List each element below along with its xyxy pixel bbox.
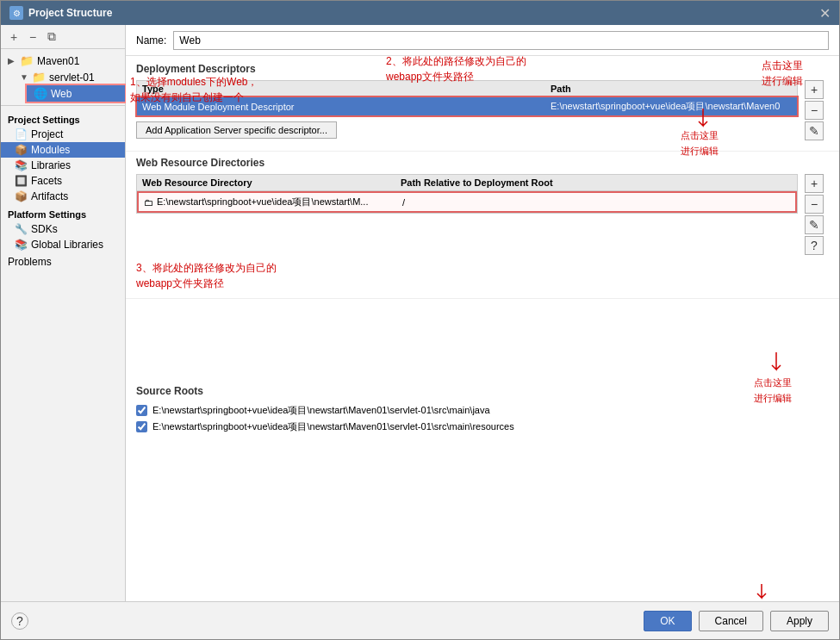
wr-table-row[interactable]: 🗀 E:\newstart\springboot+vue\idea项目\news… — [137, 191, 797, 213]
wr-col1-header: Web Resource Directory — [142, 177, 401, 188]
add-module-button[interactable]: + — [6, 29, 22, 45]
tree-item-maven01[interactable]: ▶ 📁 Maven01 — [1, 53, 125, 69]
dd-side-buttons: + − ✎ — [805, 80, 829, 144]
sidebar-item-modules[interactable]: 📦 Modules — [1, 142, 125, 158]
close-button[interactable]: ✕ — [819, 5, 831, 22]
scrollable-content: Deployment Descriptors Type Path Web Mod… — [126, 56, 839, 601]
source-checkbox-1[interactable] — [136, 421, 147, 432]
remove-module-button[interactable]: − — [25, 29, 40, 45]
dd-add-button[interactable]: + — [805, 80, 824, 99]
help-button[interactable]: ? — [11, 612, 28, 630]
libraries-label: Libraries — [31, 159, 71, 171]
ok-button[interactable]: OK — [644, 611, 691, 631]
wr-dir-path: E:\newstart\springboot+vue\idea项目\newsta… — [157, 196, 368, 208]
dd-col2-header: Path — [551, 84, 792, 94]
project-structure-dialog: ⚙ Project Structure ✕ + − ⧉ ▶ 📁 Maven01 — [0, 0, 840, 640]
right-panel: Name: Deployment Descriptors Type Path — [126, 25, 839, 601]
dd-table-row[interactable]: Web Module Deployment Descriptor E:\news… — [137, 97, 797, 115]
facets-label: Facets — [31, 175, 62, 187]
step3-annotation: 3、将此处的路径修改为自己的 webapp文件夹路径 — [136, 260, 829, 291]
main-content: + − ⧉ ▶ 📁 Maven01 ▼ 📁 servlet-01 — [1, 25, 839, 601]
wr-table-main: Web Resource Directory Path Relative to … — [136, 174, 798, 255]
source-roots-title: Source Roots — [136, 385, 829, 397]
platform-settings-label: Platform Settings — [1, 204, 125, 221]
app-icon: ⚙ — [9, 6, 23, 20]
web-icon: 🌐 — [34, 87, 47, 100]
wr-col2-header: Path Relative to Deployment Root — [401, 177, 792, 188]
servlet01-folder-icon: 📁 — [32, 71, 46, 84]
name-input[interactable] — [173, 31, 829, 50]
source-row-1: E:\newstart\springboot+vue\idea项目\newsta… — [136, 419, 829, 435]
wr-remove-button[interactable]: − — [805, 195, 824, 214]
source-roots-section: Source Roots E:\newstart\springboot+vue\… — [126, 299, 839, 442]
project-icon: 📄 — [15, 128, 28, 140]
problems-label: Problems — [8, 256, 52, 268]
sidebar-item-global-libraries[interactable]: 📚 Global Libraries — [1, 237, 125, 252]
sidebar-item-artifacts[interactable]: 📦 Artifacts — [1, 189, 125, 204]
step3-line2: webapp文件夹路径 — [136, 276, 829, 291]
dd-type-cell: Web Module Deployment Descriptor — [142, 102, 551, 112]
bottom-bar: ? OK Cancel Apply — [1, 601, 839, 639]
dd-table-wrapper: Type Path Web Module Deployment Descript… — [136, 80, 829, 144]
wr-table-wrapper: Web Resource Directory Path Relative to … — [136, 174, 829, 255]
artifacts-icon: 📦 — [15, 190, 28, 202]
sdks-icon: 🔧 — [15, 223, 28, 235]
web-label: Web — [51, 88, 72, 100]
title-bar: ⚙ Project Structure ✕ — [1, 1, 839, 25]
add-btn-row: Add Application Server specific descript… — [136, 116, 798, 144]
tree-item-web[interactable]: 🌐 Web — [27, 85, 125, 102]
name-row: Name: — [126, 25, 839, 56]
cancel-button[interactable]: Cancel — [699, 611, 763, 631]
wr-folder-icon: 🗀 — [144, 197, 153, 208]
maven01-folder-icon: 📁 — [20, 54, 34, 67]
libraries-icon: 📚 — [15, 159, 28, 171]
sidebar-toolbar: + − ⧉ — [1, 25, 125, 49]
wr-help-button[interactable]: ? — [805, 236, 824, 255]
wr-edit-button[interactable]: ✎ — [805, 215, 824, 234]
step3-line1: 3、将此处的路径修改为自己的 — [136, 260, 829, 276]
deployment-descriptors-title: Deployment Descriptors — [136, 63, 829, 75]
sidebar-item-libraries[interactable]: 📚 Libraries — [1, 158, 125, 173]
servlet01-group: ▼ 📁 servlet-01 🌐 Web — [1, 69, 125, 102]
dd-table-container: Type Path Web Module Deployment Descript… — [136, 80, 798, 116]
facets-icon: 🔲 — [15, 175, 28, 187]
wr-table-container: Web Resource Directory Path Relative to … — [136, 174, 798, 214]
maven01-label: Maven01 — [37, 55, 79, 67]
sidebar-item-problems[interactable]: Problems — [1, 252, 125, 271]
source-path-0: E:\newstart\springboot+vue\idea项目\newsta… — [152, 404, 490, 417]
wr-add-button[interactable]: + — [805, 174, 824, 193]
project-settings-label: Project Settings — [1, 109, 125, 127]
help-area: ? — [11, 612, 637, 630]
source-path-1: E:\newstart\springboot+vue\idea项目\newsta… — [152, 420, 514, 433]
expand-maven01-icon: ▶ — [8, 56, 16, 65]
dd-edit-button[interactable]: ✎ — [805, 121, 824, 140]
sidebar-item-sdks[interactable]: 🔧 SDKs — [1, 221, 125, 237]
global-libraries-icon: 📚 — [15, 239, 28, 251]
wr-side-buttons: + − ✎ ? — [805, 174, 829, 255]
name-label: Name: — [136, 34, 166, 47]
tree-item-servlet01[interactable]: ▼ 📁 servlet-01 — [13, 69, 125, 85]
servlet01-label: servlet-01 — [49, 71, 95, 84]
apply-button[interactable]: Apply — [770, 611, 829, 631]
dd-remove-button[interactable]: − — [805, 101, 824, 120]
sidebar-item-facets[interactable]: 🔲 Facets — [1, 173, 125, 189]
add-server-btn[interactable]: Add Application Server specific descript… — [136, 121, 337, 139]
source-row-0: E:\newstart\springboot+vue\idea项目\newsta… — [136, 402, 829, 419]
wr-table-header: Web Resource Directory Path Relative to … — [137, 175, 797, 191]
dd-path-cell: E:\newstart\springboot+vue\idea项目\newsta… — [551, 100, 792, 113]
source-checkbox-0[interactable] — [136, 405, 147, 416]
sidebar-item-project[interactable]: 📄 Project — [1, 127, 125, 142]
title-bar-left: ⚙ Project Structure — [9, 6, 112, 20]
wr-rel-path-cell: / — [402, 197, 790, 208]
modules-label: Modules — [31, 144, 70, 156]
modules-icon: 📦 — [15, 144, 28, 156]
sidebar: + − ⧉ ▶ 📁 Maven01 ▼ 📁 servlet-01 — [1, 25, 126, 601]
dd-col1-header: Type — [142, 84, 551, 94]
copy-module-button[interactable]: ⧉ — [44, 29, 59, 45]
project-label: Project — [31, 128, 63, 140]
sidebar-nav: Project Settings 📄 Project 📦 Modules 📚 L… — [1, 106, 125, 601]
wr-section-title: Web Resource Directories — [136, 157, 829, 169]
web-resource-section: Web Resource Directories Web Resource Di… — [126, 152, 839, 299]
wr-dir-cell: 🗀 E:\newstart\springboot+vue\idea项目\news… — [144, 196, 402, 208]
expand-servlet01-icon: ▼ — [20, 72, 28, 82]
